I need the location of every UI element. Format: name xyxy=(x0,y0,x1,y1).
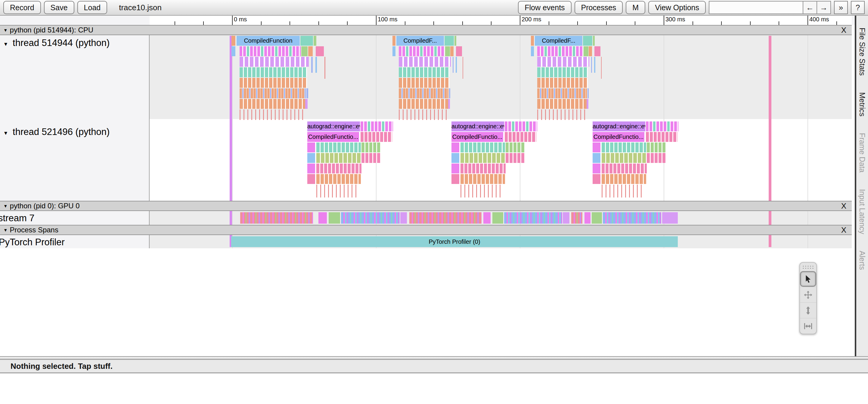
trace-slice[interactable] xyxy=(449,88,451,98)
trace-slice[interactable] xyxy=(307,142,315,153)
trace-slice[interactable] xyxy=(307,174,315,184)
view-options-button[interactable]: View Options xyxy=(648,1,706,14)
trace-slice[interactable] xyxy=(593,36,595,46)
stream-label[interactable]: stream 7 xyxy=(0,213,35,224)
compiled-function-slice[interactable]: CompiledF... xyxy=(396,36,444,46)
gpu-kernel-slice[interactable] xyxy=(341,212,400,224)
autograd-slice[interactable]: CompiledFunctio... xyxy=(307,132,359,142)
trace-slice[interactable] xyxy=(399,88,449,98)
gpu-kernel-slice[interactable] xyxy=(662,212,678,224)
trace-slice[interactable] xyxy=(588,88,589,98)
record-button[interactable]: Record xyxy=(3,1,41,14)
trace-slice[interactable] xyxy=(531,46,534,56)
trace-slice[interactable] xyxy=(461,174,505,184)
trace-slice[interactable] xyxy=(583,36,593,46)
trace-slice[interactable] xyxy=(399,99,448,109)
trace-slice[interactable] xyxy=(506,142,524,153)
trace-slice[interactable] xyxy=(505,122,537,131)
pink-event-marker[interactable] xyxy=(769,36,771,247)
trace-slice[interactable] xyxy=(602,153,646,163)
trace-slice[interactable] xyxy=(448,99,450,109)
autograd-slice[interactable]: autograd::engine::eva... xyxy=(593,122,645,131)
gpu-kernel-slice[interactable] xyxy=(329,212,340,224)
collapse-icon[interactable]: ▾ xyxy=(4,227,7,233)
trace-slice[interactable] xyxy=(300,36,313,46)
close-icon[interactable]: X xyxy=(841,226,846,234)
trace-slice[interactable] xyxy=(602,142,646,153)
trace-slice[interactable] xyxy=(461,164,506,173)
trace-slice[interactable] xyxy=(647,153,665,163)
trace-slice[interactable] xyxy=(307,164,315,173)
trace-slice[interactable] xyxy=(240,46,301,56)
trace-slice[interactable] xyxy=(306,88,308,98)
trace-slice[interactable] xyxy=(593,174,600,184)
trace-slice[interactable] xyxy=(463,57,463,79)
gpu-kernel-slice[interactable] xyxy=(504,212,562,224)
trace-slice[interactable] xyxy=(240,109,304,120)
metadata-button[interactable]: M xyxy=(626,1,645,14)
trace-slice[interactable] xyxy=(537,67,588,77)
trace-slice[interactable] xyxy=(311,57,313,73)
trace-slice[interactable] xyxy=(646,132,678,142)
flow-events-button[interactable]: Flow events xyxy=(518,1,571,14)
gpu-kernel-slice[interactable] xyxy=(563,212,569,224)
trace-slice[interactable] xyxy=(315,57,317,73)
collapse-icon[interactable]: ▾ xyxy=(4,130,7,136)
trace-slice[interactable] xyxy=(601,57,602,79)
trace-slice[interactable] xyxy=(399,67,450,77)
gpu-kernel-slice[interactable] xyxy=(318,212,327,224)
trace-slice[interactable] xyxy=(537,57,589,67)
close-icon[interactable]: X xyxy=(841,26,846,35)
trace-slice[interactable] xyxy=(646,122,678,131)
trace-slice[interactable] xyxy=(324,57,326,79)
trace-slice[interactable] xyxy=(584,46,588,56)
trace-slice[interactable] xyxy=(316,164,362,173)
help-button[interactable]: ? xyxy=(851,1,865,14)
processes-button[interactable]: Processes xyxy=(575,1,623,14)
search-input[interactable] xyxy=(709,1,803,13)
trace-slice[interactable] xyxy=(591,57,592,73)
trace-slice[interactable] xyxy=(316,153,361,163)
find-next-button[interactable]: → xyxy=(816,1,830,13)
gpu-kernel-slice[interactable] xyxy=(409,212,482,224)
trace-slice[interactable] xyxy=(316,184,359,198)
sidebar-tab-metrics[interactable]: Metrics xyxy=(858,92,867,116)
trace-slice[interactable] xyxy=(361,132,392,142)
autograd-slice[interactable]: autograd::engine::eva... xyxy=(452,122,504,131)
trace-slice[interactable] xyxy=(362,142,380,153)
profiler-label[interactable]: PyTorch Profiler xyxy=(0,237,65,248)
trace-slice[interactable] xyxy=(461,153,505,163)
timing-tool-button[interactable] xyxy=(800,318,816,334)
trace-slice[interactable] xyxy=(594,57,595,73)
trace-slice[interactable] xyxy=(537,88,587,98)
trace-slice[interactable] xyxy=(231,46,235,56)
trace-slice[interactable] xyxy=(506,153,524,163)
gpu-kernel-slice[interactable] xyxy=(492,212,503,224)
thread-main-label[interactable]: ▾thread 514944 (python) xyxy=(4,38,110,48)
trace-slice[interactable] xyxy=(537,99,587,109)
sidebar-tab-file-size-stats[interactable]: File Size Stats xyxy=(858,28,867,76)
gpu-process-header[interactable]: ▾ python (pid 0): GPU 0 X xyxy=(0,201,852,211)
drag-handle-icon[interactable] xyxy=(802,265,814,270)
trace-slice[interactable] xyxy=(308,46,313,56)
autograd-slice[interactable]: autograd::engine::eva... xyxy=(307,122,360,131)
trace-slice[interactable] xyxy=(505,132,536,142)
trace-slice[interactable] xyxy=(240,57,309,67)
trace-slice[interactable] xyxy=(316,174,361,184)
trace-slice[interactable] xyxy=(537,109,586,120)
trace-slice[interactable] xyxy=(602,184,644,198)
trace-slice[interactable] xyxy=(593,142,600,153)
trace-slice[interactable] xyxy=(587,99,588,109)
trace-slice[interactable] xyxy=(444,36,454,46)
trace-slice[interactable] xyxy=(537,78,588,88)
trace-slice[interactable] xyxy=(456,46,462,56)
trace-slice[interactable] xyxy=(456,57,457,73)
trace-slice[interactable] xyxy=(589,46,592,56)
trace-slice[interactable] xyxy=(301,46,308,56)
violet-event-marker[interactable] xyxy=(230,36,232,247)
trace-slice[interactable] xyxy=(531,36,534,46)
trace-slice[interactable] xyxy=(461,184,503,198)
process-spans-header[interactable]: ▾ Process Spans X xyxy=(0,225,852,235)
trace-slice[interactable] xyxy=(240,99,305,109)
trace-slice[interactable] xyxy=(399,46,445,56)
